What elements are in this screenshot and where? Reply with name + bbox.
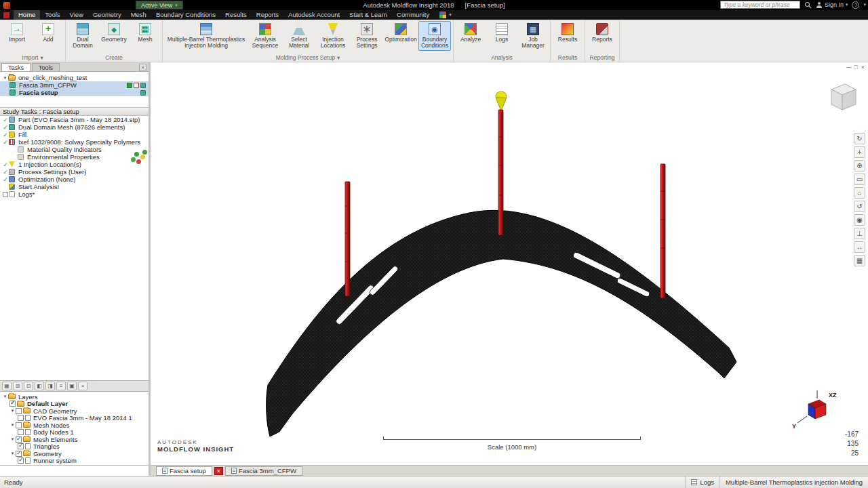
expander-icon[interactable]: ▾ — [9, 422, 16, 428]
menu-boundary-conditions[interactable]: Boundary Conditions — [151, 10, 220, 20]
expander-icon[interactable]: ▾ — [9, 436, 16, 442]
search-icon[interactable] — [804, 1, 812, 9]
layer-checkbox[interactable] — [18, 458, 24, 464]
expander-icon[interactable]: ▾ — [2, 394, 8, 399]
clipping-plane-tool-button[interactable]: ▦ — [854, 255, 865, 266]
doc-tab-fascia-3mm-cfpw[interactable]: Fascia 3mm_CFPW — [225, 466, 302, 476]
layer-checkbox[interactable] — [18, 415, 24, 421]
tab-tasks[interactable]: Tasks — [1, 63, 31, 71]
status-logs-button[interactable]: Logs — [685, 476, 719, 488]
layer-row-evo-fascia[interactable]: EVO Fascia 3mm - May 18 2014 1 — [0, 415, 149, 422]
task-item-fill[interactable]: ✓ Fill — [0, 131, 149, 138]
layer-row-body-nodes[interactable]: Body Nodes 1 — [0, 429, 149, 436]
analyze-button[interactable]: Analyze — [456, 21, 486, 44]
layer-checkbox[interactable] — [16, 436, 22, 443]
logs-checkbox[interactable] — [3, 192, 8, 197]
previous-view-tool-button[interactable]: ↺ — [854, 201, 865, 212]
injection-pin[interactable] — [660, 164, 665, 298]
new-layer-button[interactable]: ▦ — [2, 382, 12, 390]
dual-domain-button[interactable]: Dual Domain — [68, 21, 98, 51]
chevron-down-icon[interactable]: ▾ — [863, 2, 866, 7]
optimization-button[interactable]: Optimization — [384, 21, 417, 44]
menu-start-learn[interactable]: Start & Learn — [344, 10, 392, 20]
viewport-3d[interactable]: ─ □ × ↻ + ⊕ ▭ ⌂ ↺ ◉ ⊥ ↔ ▦ — [151, 62, 868, 465]
import-button[interactable]: Import — [2, 21, 32, 44]
task-item-start-analysis[interactable]: . Start Analysis! — [0, 183, 149, 190]
center-view-tool-button[interactable]: ◉ — [854, 214, 865, 226]
layer-row-default[interactable]: Default Layer — [0, 401, 149, 408]
expander-icon[interactable]: ▾ — [9, 408, 16, 413]
task-item-optimization[interactable]: ✓ Optimization (None) — [0, 176, 149, 183]
project-row[interactable]: ▾ one_click_meshing_test — [0, 74, 149, 81]
task-item-environmental[interactable]: Environmental Properties — [0, 153, 149, 161]
delete-layer-button[interactable]: ⊟ — [24, 382, 33, 390]
fascia-mesh-model[interactable] — [267, 210, 736, 436]
task-item-mesh[interactable]: ✓ Dual Domain Mesh (87626 elements) — [0, 123, 149, 131]
menu-tools[interactable]: Tools — [40, 10, 64, 20]
multiple-barrel-button[interactable]: Multiple-Barrel Thermoplastics Injection… — [165, 21, 248, 51]
task-item-logs[interactable]: Logs* — [0, 190, 149, 198]
layer-checkbox[interactable] — [18, 429, 24, 435]
task-item-part[interactable]: ✓ Part (EVO Fascia 3mm - May 18 2014.stp… — [0, 116, 149, 123]
layer-checkbox[interactable] — [16, 408, 22, 414]
expander-icon[interactable]: ▾ — [9, 451, 16, 456]
orbit-tool-button[interactable]: ↻ — [854, 133, 865, 144]
layer-checkbox[interactable] — [16, 422, 22, 428]
close-panel-icon[interactable]: × — [139, 64, 146, 71]
injection-pin[interactable] — [498, 110, 503, 235]
active-view-dropdown[interactable]: Active View ▾ — [136, 1, 183, 9]
geometry-button[interactable]: Geometry — [99, 21, 129, 44]
pan-tool-button[interactable]: + — [854, 146, 865, 158]
menu-home[interactable]: Home — [14, 10, 40, 20]
menu-community[interactable]: Community — [392, 10, 434, 20]
ribbon-group-label-import[interactable]: Import▾ — [0, 53, 65, 62]
study-row-fascia-setup[interactable]: Fascia setup — [0, 89, 149, 96]
zoom-fit-tool-button[interactable]: ⌂ — [854, 187, 865, 199]
task-item-material-quality[interactable]: Material Quality Indicators — [0, 146, 149, 153]
menu-geometry[interactable]: Geometry — [88, 10, 126, 20]
layer-checkbox[interactable] — [18, 443, 24, 449]
cleanup-layers-button[interactable]: × — [78, 382, 87, 390]
add-button[interactable]: Add — [33, 21, 63, 44]
layer-row-triangles[interactable]: Triangles — [0, 443, 149, 451]
job-manager-button[interactable]: Job Manager — [518, 21, 548, 51]
task-item-process-settings[interactable]: ✓ Process Settings (User) — [0, 168, 149, 176]
assign-layer-button[interactable]: ◨ — [45, 382, 55, 390]
zoom-window-tool-button[interactable]: ▭ — [854, 174, 865, 185]
viewport-close-icon[interactable]: × — [861, 64, 865, 70]
menu-reports[interactable]: Reports — [252, 10, 283, 20]
layers-root-row[interactable]: ▾ Layers — [0, 393, 149, 401]
layer-display-button[interactable]: ▣ — [67, 382, 77, 390]
quick-view-control[interactable]: ▾ — [439, 12, 452, 18]
menu-view[interactable]: View — [65, 10, 88, 20]
logs-button[interactable]: Logs — [487, 21, 517, 44]
process-settings-button[interactable]: Process Settings — [351, 21, 383, 51]
boundary-conditions-button[interactable]: Boundary Conditions — [418, 21, 451, 51]
injection-pin[interactable] — [345, 182, 350, 296]
results-button[interactable]: Results — [553, 21, 583, 44]
task-item-injection-location[interactable]: ✓ 1 Injection Location(s) — [0, 161, 149, 168]
ribbon-group-label-molding[interactable]: Molding Process Setup▾ — [163, 53, 453, 62]
viewport-minimize-icon[interactable]: ─ — [846, 64, 850, 70]
menu-results[interactable]: Results — [220, 10, 252, 20]
menu-autodesk-account[interactable]: Autodesk Account — [283, 10, 344, 20]
close-study-tab-button[interactable]: × — [214, 467, 223, 475]
copy-layer-button[interactable]: ⊞ — [13, 382, 22, 390]
tab-tools[interactable]: Tools — [32, 63, 60, 71]
normal-view-tool-button[interactable]: ⊥ — [854, 228, 865, 239]
activate-layer-button[interactable]: ◧ — [35, 382, 44, 390]
menu-mesh[interactable]: Mesh — [126, 10, 151, 20]
view-cube[interactable] — [825, 80, 859, 115]
expander-icon[interactable]: ▾ — [2, 75, 8, 81]
layer-row-mesh-nodes[interactable]: ▾ Mesh Nodes — [0, 422, 149, 429]
viewport-restore-icon[interactable]: □ — [854, 64, 857, 70]
layer-checkbox[interactable] — [16, 451, 22, 457]
analysis-sequence-button[interactable]: Analysis Sequence — [249, 21, 281, 51]
task-item-material[interactable]: ✓ Ixef 1032/9008: Solvay Specialty Polym… — [0, 138, 149, 146]
layer-row-runner-system[interactable]: Runner system — [0, 458, 149, 465]
layer-row-mesh-elements[interactable]: ▾ Mesh Elements — [0, 436, 149, 443]
mesh-button[interactable]: Mesh — [130, 21, 160, 44]
search-input[interactable] — [720, 1, 800, 9]
doc-tab-fascia-setup[interactable]: Fascia setup — [156, 466, 212, 476]
select-material-button[interactable]: Select Material — [283, 21, 315, 51]
